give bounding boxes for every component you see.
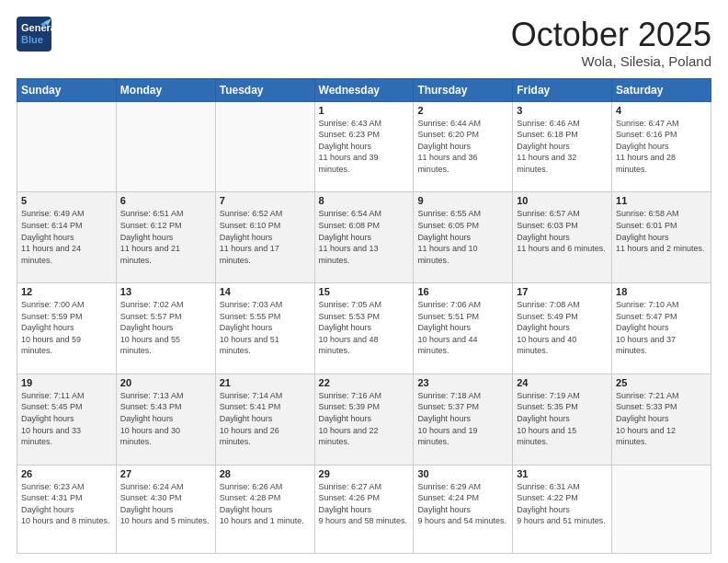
cell-info: Sunrise: 6:57 AMSunset: 6:03 PMDaylight … xyxy=(517,208,608,254)
table-row: 22Sunrise: 7:16 AMSunset: 5:39 PMDayligh… xyxy=(314,373,414,465)
col-wednesday: Wednesday xyxy=(314,78,414,101)
table-row: 2Sunrise: 6:44 AMSunset: 6:20 PMDaylight… xyxy=(414,101,513,192)
cell-info: Sunrise: 7:18 AMSunset: 5:37 PMDaylight … xyxy=(417,390,508,448)
table-row: 29Sunrise: 6:27 AMSunset: 4:26 PMDayligh… xyxy=(314,465,414,553)
table-row: 20Sunrise: 7:13 AMSunset: 5:43 PMDayligh… xyxy=(116,373,215,465)
table-row: 18Sunrise: 7:10 AMSunset: 5:47 PMDayligh… xyxy=(612,283,711,374)
table-row: 21Sunrise: 7:14 AMSunset: 5:41 PMDayligh… xyxy=(215,373,314,465)
table-row: 13Sunrise: 7:02 AMSunset: 5:57 PMDayligh… xyxy=(116,283,215,374)
cell-info: Sunrise: 7:00 AMSunset: 5:59 PMDaylight … xyxy=(21,299,112,357)
table-row: 16Sunrise: 7:06 AMSunset: 5:51 PMDayligh… xyxy=(414,283,513,374)
cell-info: Sunrise: 6:54 AMSunset: 6:08 PMDaylight … xyxy=(319,208,410,266)
svg-text:Blue: Blue xyxy=(21,34,43,45)
table-row: 24Sunrise: 7:19 AMSunset: 5:35 PMDayligh… xyxy=(513,373,612,465)
table-row: 6Sunrise: 6:51 AMSunset: 6:12 PMDaylight… xyxy=(116,192,215,283)
cell-day-number: 13 xyxy=(120,286,211,297)
cell-info: Sunrise: 7:14 AMSunset: 5:41 PMDaylight … xyxy=(220,390,311,448)
col-thursday: Thursday xyxy=(414,78,513,101)
logo: General Blue xyxy=(17,17,55,55)
header: General Blue October 2025 Wola, Silesia,… xyxy=(17,17,711,69)
table-row: 3Sunrise: 6:46 AMSunset: 6:18 PMDaylight… xyxy=(513,101,612,192)
cell-day-number: 20 xyxy=(120,377,211,388)
cell-day-number: 30 xyxy=(417,468,508,479)
cell-day-number: 25 xyxy=(616,377,707,388)
table-row: 25Sunrise: 7:21 AMSunset: 5:33 PMDayligh… xyxy=(612,373,711,465)
calendar-week-row: 5Sunrise: 6:49 AMSunset: 6:14 PMDaylight… xyxy=(17,192,711,283)
calendar-week-row: 1Sunrise: 6:43 AMSunset: 6:23 PMDaylight… xyxy=(17,101,711,192)
cell-info: Sunrise: 6:26 AMSunset: 4:28 PMDaylight … xyxy=(220,481,311,527)
cell-day-number: 4 xyxy=(616,105,707,116)
cell-day-number: 21 xyxy=(220,377,311,388)
month-title: October 2025 xyxy=(511,17,711,53)
cell-day-number: 7 xyxy=(220,195,311,206)
cell-info: Sunrise: 6:31 AMSunset: 4:22 PMDaylight … xyxy=(517,481,608,527)
table-row: 10Sunrise: 6:57 AMSunset: 6:03 PMDayligh… xyxy=(513,192,612,283)
cell-day-number: 18 xyxy=(616,286,707,297)
calendar: Sunday Monday Tuesday Wednesday Thursday… xyxy=(17,78,711,554)
cell-day-number: 26 xyxy=(21,468,112,479)
table-row: 17Sunrise: 7:08 AMSunset: 5:49 PMDayligh… xyxy=(513,283,612,374)
cell-day-number: 31 xyxy=(517,468,608,479)
logo-icon: General Blue xyxy=(17,17,51,52)
cell-info: Sunrise: 6:23 AMSunset: 4:31 PMDaylight … xyxy=(21,481,112,527)
cell-info: Sunrise: 7:08 AMSunset: 5:49 PMDaylight … xyxy=(517,299,608,357)
table-row: 1Sunrise: 6:43 AMSunset: 6:23 PMDaylight… xyxy=(314,101,414,192)
calendar-week-row: 19Sunrise: 7:11 AMSunset: 5:45 PMDayligh… xyxy=(17,373,711,465)
cell-day-number: 9 xyxy=(417,195,508,206)
cell-info: Sunrise: 7:02 AMSunset: 5:57 PMDaylight … xyxy=(120,299,211,357)
cell-info: Sunrise: 7:03 AMSunset: 5:55 PMDaylight … xyxy=(220,299,311,357)
table-row: 5Sunrise: 6:49 AMSunset: 6:14 PMDaylight… xyxy=(17,192,117,283)
cell-info: Sunrise: 6:24 AMSunset: 4:30 PMDaylight … xyxy=(120,481,211,527)
table-row: 15Sunrise: 7:05 AMSunset: 5:53 PMDayligh… xyxy=(314,283,414,374)
table-row: 27Sunrise: 6:24 AMSunset: 4:30 PMDayligh… xyxy=(116,465,215,553)
table-row: 4Sunrise: 6:47 AMSunset: 6:16 PMDaylight… xyxy=(612,101,711,192)
cell-day-number: 23 xyxy=(417,377,508,388)
cell-info: Sunrise: 7:13 AMSunset: 5:43 PMDaylight … xyxy=(120,390,211,448)
col-monday: Monday xyxy=(116,78,215,101)
table-row xyxy=(17,101,117,192)
cell-day-number: 28 xyxy=(220,468,311,479)
cell-day-number: 3 xyxy=(517,105,608,116)
cell-day-number: 5 xyxy=(21,195,112,206)
table-row: 26Sunrise: 6:23 AMSunset: 4:31 PMDayligh… xyxy=(17,465,117,553)
calendar-week-row: 26Sunrise: 6:23 AMSunset: 4:31 PMDayligh… xyxy=(17,465,711,553)
cell-info: Sunrise: 6:29 AMSunset: 4:24 PMDaylight … xyxy=(417,481,508,527)
table-row: 14Sunrise: 7:03 AMSunset: 5:55 PMDayligh… xyxy=(215,283,314,374)
cell-day-number: 29 xyxy=(319,468,410,479)
table-row: 30Sunrise: 6:29 AMSunset: 4:24 PMDayligh… xyxy=(414,465,513,553)
cell-info: Sunrise: 6:51 AMSunset: 6:12 PMDaylight … xyxy=(120,208,211,266)
cell-info: Sunrise: 6:49 AMSunset: 6:14 PMDaylight … xyxy=(21,208,112,266)
cell-info: Sunrise: 7:10 AMSunset: 5:47 PMDaylight … xyxy=(616,299,707,357)
cell-day-number: 12 xyxy=(21,286,112,297)
table-row xyxy=(612,465,711,553)
table-row: 19Sunrise: 7:11 AMSunset: 5:45 PMDayligh… xyxy=(17,373,117,465)
cell-info: Sunrise: 6:58 AMSunset: 6:01 PMDaylight … xyxy=(616,208,707,254)
cell-info: Sunrise: 7:21 AMSunset: 5:33 PMDaylight … xyxy=(616,390,707,448)
table-row: 31Sunrise: 6:31 AMSunset: 4:22 PMDayligh… xyxy=(513,465,612,553)
table-row xyxy=(116,101,215,192)
cell-info: Sunrise: 7:16 AMSunset: 5:39 PMDaylight … xyxy=(319,390,410,448)
cell-info: Sunrise: 6:47 AMSunset: 6:16 PMDaylight … xyxy=(616,118,707,176)
cell-info: Sunrise: 6:27 AMSunset: 4:26 PMDaylight … xyxy=(319,481,410,527)
table-row: 23Sunrise: 7:18 AMSunset: 5:37 PMDayligh… xyxy=(414,373,513,465)
cell-day-number: 17 xyxy=(517,286,608,297)
cell-info: Sunrise: 7:11 AMSunset: 5:45 PMDaylight … xyxy=(21,390,112,448)
cell-info: Sunrise: 6:52 AMSunset: 6:10 PMDaylight … xyxy=(220,208,311,266)
cell-info: Sunrise: 7:06 AMSunset: 5:51 PMDaylight … xyxy=(417,299,508,357)
cell-info: Sunrise: 7:05 AMSunset: 5:53 PMDaylight … xyxy=(319,299,410,357)
cell-info: Sunrise: 6:55 AMSunset: 6:05 PMDaylight … xyxy=(417,208,508,266)
col-saturday: Saturday xyxy=(612,78,711,101)
table-row: 28Sunrise: 6:26 AMSunset: 4:28 PMDayligh… xyxy=(215,465,314,553)
cell-day-number: 14 xyxy=(220,286,311,297)
cell-day-number: 2 xyxy=(417,105,508,116)
cell-day-number: 11 xyxy=(616,195,707,206)
calendar-week-row: 12Sunrise: 7:00 AMSunset: 5:59 PMDayligh… xyxy=(17,283,711,374)
table-row: 12Sunrise: 7:00 AMSunset: 5:59 PMDayligh… xyxy=(17,283,117,374)
title-section: October 2025 Wola, Silesia, Poland xyxy=(511,17,711,69)
cell-day-number: 10 xyxy=(517,195,608,206)
table-row xyxy=(215,101,314,192)
page: General Blue October 2025 Wola, Silesia,… xyxy=(0,0,728,563)
cell-day-number: 6 xyxy=(120,195,211,206)
cell-day-number: 8 xyxy=(319,195,410,206)
cell-day-number: 16 xyxy=(417,286,508,297)
